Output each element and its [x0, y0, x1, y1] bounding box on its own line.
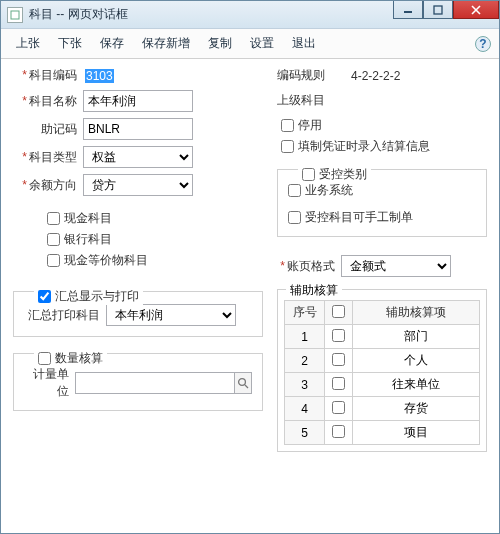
equiv-checkbox[interactable]	[47, 254, 60, 267]
cell-item: 部门	[353, 325, 480, 349]
cash-check[interactable]: 现金科目	[47, 210, 263, 227]
table-row[interactable]: 1部门	[285, 325, 480, 349]
disable-checkbox[interactable]	[281, 119, 294, 132]
th-item: 辅助核算项	[353, 301, 480, 325]
bank-checkbox[interactable]	[47, 233, 60, 246]
biz-checkbox[interactable]	[288, 184, 301, 197]
code-input[interactable]: 3103	[83, 69, 193, 83]
row-checkbox[interactable]	[332, 329, 345, 342]
cell-check	[325, 349, 353, 373]
unit-input[interactable]	[75, 372, 235, 394]
cell-check	[325, 421, 353, 445]
minimize-button[interactable]	[393, 1, 423, 19]
aux-group-title: 辅助核算	[286, 282, 342, 299]
summary-checkbox[interactable]	[38, 290, 51, 303]
svg-rect-0	[11, 11, 19, 19]
cell-item: 往来单位	[353, 373, 480, 397]
manual-check[interactable]: 受控科目可手工制单	[288, 209, 476, 226]
window-title: 科目 -- 网页对话框	[29, 6, 128, 23]
cell-check	[325, 397, 353, 421]
cell-sn: 3	[285, 373, 325, 397]
fmt-select[interactable]: 金额式	[341, 255, 451, 277]
th-check	[325, 301, 353, 325]
rule-label: 编码规则	[277, 67, 335, 84]
cell-sn: 1	[285, 325, 325, 349]
cell-item: 存货	[353, 397, 480, 421]
cell-sn: 5	[285, 421, 325, 445]
sumprint-label: 汇总打印科目	[24, 307, 100, 324]
equiv-check[interactable]: 现金等价物科目	[47, 252, 263, 269]
biz-check[interactable]: 业务系统	[288, 182, 476, 199]
table-row[interactable]: 2个人	[285, 349, 480, 373]
row-checkbox[interactable]	[332, 401, 345, 414]
th-sn: 序号	[285, 301, 325, 325]
app-icon	[7, 7, 23, 23]
tb-save-new[interactable]: 保存新增	[135, 31, 197, 56]
tb-save[interactable]: 保存	[93, 31, 131, 56]
voucher-check[interactable]: 填制凭证时录入结算信息	[281, 138, 487, 155]
tb-prev[interactable]: 上张	[9, 31, 47, 56]
maximize-button[interactable]	[423, 1, 453, 19]
dir-select[interactable]: 贷方	[83, 174, 193, 196]
voucher-checkbox[interactable]	[281, 140, 294, 153]
tb-exit[interactable]: 退出	[285, 31, 323, 56]
row-checkbox[interactable]	[332, 353, 345, 366]
tb-settings[interactable]: 设置	[243, 31, 281, 56]
ctrl-checkbox[interactable]	[302, 168, 315, 181]
mnemo-input[interactable]	[83, 118, 193, 140]
cell-sn: 4	[285, 397, 325, 421]
fmt-label: 账页格式	[277, 258, 335, 275]
th-checkbox[interactable]	[332, 305, 345, 318]
toolbar: 上张 下张 保存 保存新增 复制 设置 退出 ?	[1, 29, 499, 59]
parent-label: 上级科目	[277, 92, 325, 109]
table-row[interactable]: 3往来单位	[285, 373, 480, 397]
tb-copy[interactable]: 复制	[201, 31, 239, 56]
cell-item: 项目	[353, 421, 480, 445]
qty-checkbox[interactable]	[38, 352, 51, 365]
type-label: 科目类型	[13, 149, 77, 166]
summary-group-check[interactable]: 汇总显示与打印	[34, 288, 143, 305]
cash-checkbox[interactable]	[47, 212, 60, 225]
close-button[interactable]	[453, 1, 499, 19]
row-checkbox[interactable]	[332, 425, 345, 438]
type-select[interactable]: 权益	[83, 146, 193, 168]
svg-rect-2	[434, 6, 442, 14]
search-icon	[237, 377, 249, 389]
cell-check	[325, 325, 353, 349]
unit-search-button[interactable]	[235, 372, 252, 394]
dir-label: 余额方向	[13, 177, 77, 194]
cell-item: 个人	[353, 349, 480, 373]
manual-checkbox[interactable]	[288, 211, 301, 224]
row-checkbox[interactable]	[332, 377, 345, 390]
bank-check[interactable]: 银行科目	[47, 231, 263, 248]
titlebar: 科目 -- 网页对话框	[1, 1, 499, 29]
cell-check	[325, 373, 353, 397]
qty-group-check[interactable]: 数量核算	[34, 350, 107, 367]
name-label: 科目名称	[13, 93, 77, 110]
table-row[interactable]: 5项目	[285, 421, 480, 445]
tb-next[interactable]: 下张	[51, 31, 89, 56]
svg-point-5	[239, 379, 246, 386]
aux-table: 序号 辅助核算项 1部门2个人3往来单位4存货5项目	[284, 300, 480, 445]
unit-label: 计量单位	[24, 366, 69, 400]
mnemo-label: 助记码	[13, 121, 77, 138]
ctrl-group-check[interactable]: 受控类别	[298, 166, 371, 183]
code-label: 科目编码	[13, 67, 77, 84]
table-row[interactable]: 4存货	[285, 397, 480, 421]
rule-value: 4-2-2-2-2	[351, 69, 400, 83]
sumprint-select[interactable]: 本年利润	[106, 304, 236, 326]
cell-sn: 2	[285, 349, 325, 373]
help-icon[interactable]: ?	[475, 36, 491, 52]
disable-check[interactable]: 停用	[281, 117, 487, 134]
svg-line-6	[245, 385, 248, 388]
name-input[interactable]	[83, 90, 193, 112]
